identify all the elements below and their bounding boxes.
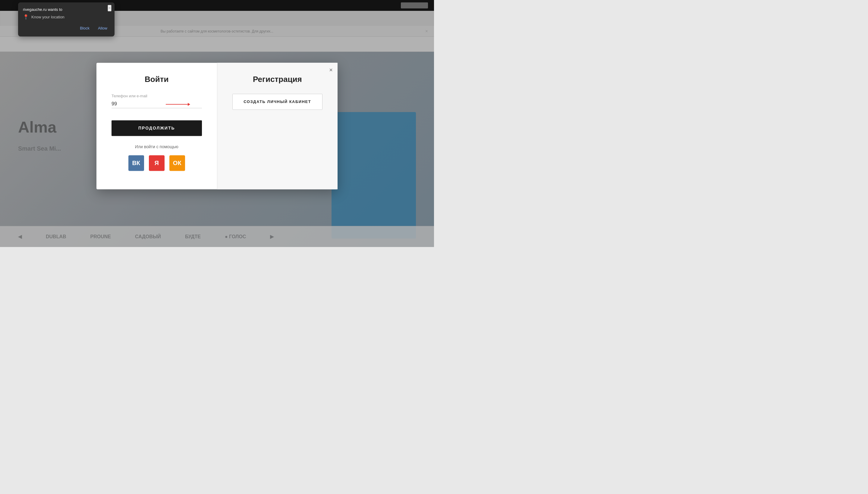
phone-input-wrapper xyxy=(112,100,202,108)
permission-buttons: Block Allow xyxy=(23,25,110,32)
vk-icon: ВК xyxy=(132,160,140,167)
ok-icon: ОК xyxy=(173,160,181,167)
allow-button[interactable]: Allow xyxy=(95,25,110,32)
permission-location-text: Know your location xyxy=(31,15,64,19)
register-panel: Регистрация СОЗДАТЬ ЛИЧНЫЙ КАБИНЕТ xyxy=(217,63,338,189)
yandex-icon: Я xyxy=(154,160,159,167)
phone-label: Телефон или e-mail xyxy=(112,94,202,98)
permission-close-button[interactable]: × xyxy=(108,5,112,12)
modal-close-button[interactable]: × xyxy=(329,67,333,73)
yandex-login-button[interactable]: Я xyxy=(149,155,165,171)
ok-login-button[interactable]: ОК xyxy=(169,155,185,171)
vk-login-button[interactable]: ВК xyxy=(128,155,144,171)
input-arrow-annotation xyxy=(166,104,190,104)
login-panel: Войти Телефон или e-mail ПРОДОЛЖИТЬ Или … xyxy=(96,63,217,189)
social-login-buttons: ВК Я ОК xyxy=(112,155,202,171)
login-register-modal: × Войти Телефон или e-mail ПРОДОЛЖИТЬ Ил… xyxy=(96,63,337,189)
input-arrow-line xyxy=(166,104,190,104)
create-account-button[interactable]: СОЗДАТЬ ЛИЧНЫЙ КАБИНЕТ xyxy=(233,94,323,110)
permission-title: rivegauche.ru wants to xyxy=(23,7,110,12)
continue-button[interactable]: ПРОДОЛЖИТЬ xyxy=(112,120,202,136)
permission-location: 📍 Know your location xyxy=(23,14,110,20)
permission-popup: × rivegauche.ru wants to 📍 Know your loc… xyxy=(18,2,114,36)
or-text: Или войти с помощью xyxy=(112,144,202,149)
login-title: Войти xyxy=(112,75,202,84)
location-icon: 📍 xyxy=(23,14,29,20)
register-title: Регистрация xyxy=(233,75,323,84)
phone-form-group: Телефон или e-mail xyxy=(112,94,202,108)
block-button[interactable]: Block xyxy=(77,25,92,32)
